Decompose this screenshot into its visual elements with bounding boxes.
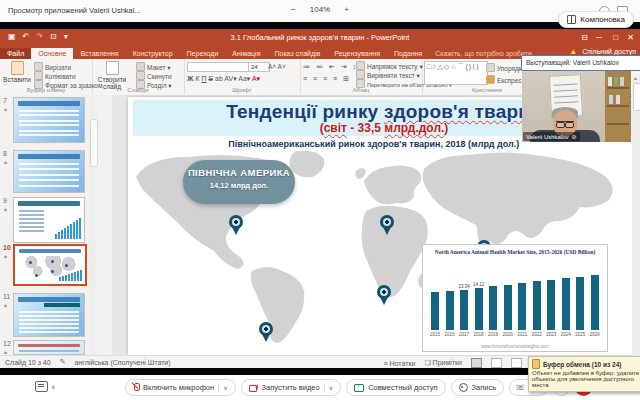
maximize-button[interactable]: □	[613, 33, 618, 42]
chart-bars: 2015201613.34201714.12201820192020202120…	[429, 265, 601, 337]
x-tick-label: 2022	[532, 332, 542, 337]
chart-bar	[504, 285, 512, 330]
tab-review[interactable]: Рецензування	[327, 48, 387, 59]
screen: Просмотр приложений Valerii Ushkal... −1…	[0, 0, 640, 400]
slide-thumbnail[interactable]	[13, 340, 85, 355]
underline-icon[interactable]: П	[201, 75, 206, 82]
slides-group-label: Слайди	[92, 87, 184, 93]
bold-icon[interactable]: Ж	[187, 75, 193, 82]
chevron-down-icon[interactable]: ∨	[329, 384, 333, 391]
spellcheck-icon[interactable]: ✎	[60, 358, 66, 366]
speaker-banner[interactable]: Выступающий: Valerii Ushkalov	[521, 55, 640, 71]
record-icon	[459, 383, 468, 392]
font-group: 24 A˄ A˅ Ж К П S ab AV▾ Aa▾ A▾ Шрифт	[184, 59, 301, 94]
tab-view[interactable]: Подання	[387, 48, 429, 59]
record-button[interactable]: Запись	[451, 379, 505, 396]
notes-button[interactable]: ≡ Нотатки	[384, 360, 416, 367]
phone-icon[interactable]: ☏	[515, 383, 525, 392]
change-case-icon[interactable]: Aa▾	[238, 75, 250, 82]
chart-bar	[591, 275, 599, 330]
new-slide-button[interactable]: Створити слайд	[94, 61, 130, 90]
list-buttons[interactable]: ≔ ≕ ⇤ ⇥ ↕	[303, 63, 358, 71]
slide-number: 11	[3, 293, 10, 300]
slide-thumbnail[interactable]	[13, 293, 85, 337]
italic-icon[interactable]: К	[195, 75, 199, 82]
mini-chart	[59, 270, 82, 281]
zoom-in-button[interactable]: +	[344, 5, 349, 14]
x-tick-label: 2021	[517, 332, 527, 337]
grow-font-icon[interactable]: A˄ A˅	[268, 63, 286, 70]
screen-share-icon	[354, 384, 364, 392]
share-document-button[interactable]: Спільний доступ	[582, 48, 636, 55]
ppt-titlebar: ▣ ↶ ↷ ⊡ ▾ 3.1 Глобальний ринок здоров'я …	[0, 29, 640, 46]
align-buttons[interactable]: ≡ ≡ ≡ ≡ ⊞	[303, 75, 351, 83]
tab-insert[interactable]: Вставлення	[73, 48, 125, 59]
comments-button[interactable]: ❑ Примітки	[424, 359, 462, 367]
slide-thumbnail[interactable]	[13, 150, 85, 193]
shapes-gallery[interactable]: □○△◇☆⌒()⟨⟩	[424, 61, 488, 85]
unmute-button[interactable]: Включить микрофон ∨	[125, 379, 236, 396]
tab-design[interactable]: Конструктор	[126, 48, 180, 59]
animation-star-icon: ✶	[3, 253, 8, 260]
tab-home[interactable]: Основне	[31, 48, 73, 59]
x-tick-label: 2018	[474, 332, 484, 337]
paragraph-group: ≔ ≕ ⇤ ⇥ ↕ ≡ ≡ ≡ ≡ ⊞ Напрямок тексту ▾ Ви…	[300, 59, 423, 94]
layout-view-button[interactable]: Компоновка	[558, 11, 634, 28]
tab-slideshow[interactable]: Показ слайдів	[267, 48, 327, 59]
paste-button[interactable]: Вставити	[2, 61, 32, 83]
map-pin-south-america	[259, 322, 273, 342]
tab-file[interactable]: Файл	[0, 48, 31, 59]
cut-button[interactable]: Вирізати	[34, 62, 71, 71]
font-color-icon[interactable]: A▾	[252, 75, 260, 82]
slide-number: 7	[3, 97, 7, 104]
text-shadow-icon[interactable]: ab	[215, 75, 223, 82]
start-video-button[interactable]: Запустить видео ∨	[241, 379, 342, 396]
slide-thumbnail-current[interactable]	[13, 244, 87, 286]
strikethrough-icon[interactable]: S	[208, 75, 213, 82]
font-size-select[interactable]: 24	[248, 62, 270, 72]
chart-bar	[562, 278, 570, 330]
minimize-button[interactable]: ─	[596, 33, 602, 42]
tab-animations[interactable]: Анімація	[225, 48, 267, 59]
chevron-down-icon[interactable]: ∨	[223, 384, 227, 391]
slide-number: 9	[3, 197, 7, 204]
thumbnail-row-8: 8 ✶	[0, 150, 100, 193]
language-status[interactable]: англійська (Сполучені Штати)	[75, 359, 171, 366]
mic-off-icon	[133, 383, 139, 392]
arrange-icon	[486, 63, 495, 72]
ppt-window-title: 3.1 Глобальний ринок здоров'я тварин - P…	[0, 33, 640, 42]
thumbnail-row-10: 10 ✶	[0, 244, 100, 286]
paragraph-group-label: Абзац	[300, 87, 422, 93]
chat-launcher-button[interactable]: ∨	[35, 381, 55, 392]
slides-group: Створити слайд Макет ▾ Скинути Розділ ▾ …	[92, 59, 185, 94]
clipboard-tooltip-title: Буфер обмена (10 из 24)	[543, 361, 621, 368]
map-pin-north-america	[229, 215, 243, 235]
thumbnail-row-11: 11 ✶	[0, 293, 100, 337]
slide-thumbnail[interactable]	[13, 97, 85, 143]
thumbnail-scrollbar[interactable]	[89, 95, 97, 355]
zoom-out-button[interactable]: −	[291, 5, 296, 14]
screen-share-button[interactable]: Совместный доступ	[346, 379, 445, 396]
chevron-down-icon: ∨	[51, 383, 55, 390]
ribbon-options-icon[interactable]: ⊟	[581, 33, 588, 42]
normal-view-icon[interactable]	[471, 358, 482, 368]
paste-icon	[11, 61, 24, 75]
close-button[interactable]: ✕	[627, 33, 634, 42]
font-name-select[interactable]	[187, 62, 251, 72]
tab-transitions[interactable]: Переходи	[180, 48, 226, 59]
chart-bar	[460, 290, 468, 330]
slide-thumbnail[interactable]	[13, 197, 85, 243]
reading-view-icon[interactable]	[511, 358, 522, 368]
chart-bar	[446, 291, 454, 330]
copy-button[interactable]: Копіювати	[34, 71, 76, 80]
map-pin-europe	[380, 215, 394, 235]
slide-sorter-icon[interactable]	[491, 358, 502, 368]
reset-button[interactable]: Скинути	[136, 71, 172, 80]
zoom-controls: −104%+	[0, 5, 640, 14]
animation-star-icon: ✶	[3, 302, 8, 309]
char-spacing-icon[interactable]: AV▾	[224, 75, 236, 82]
copy-icon	[34, 71, 43, 80]
webcam-video[interactable]: Valerii Ushkalov ⊘	[522, 71, 631, 142]
chart-bar	[475, 288, 483, 330]
x-tick-label: 2026	[590, 332, 600, 337]
